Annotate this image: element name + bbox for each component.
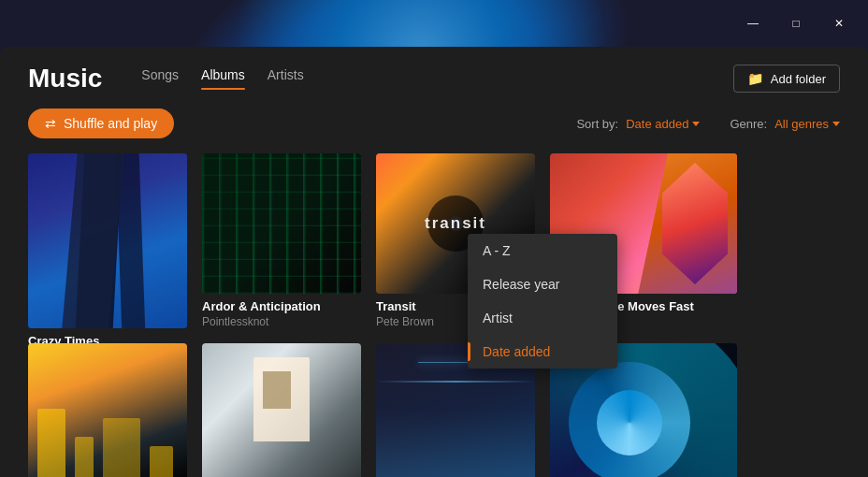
album-title: Ardor & Anticipation xyxy=(202,299,361,313)
album-cover xyxy=(28,343,187,477)
album-cover xyxy=(202,343,361,477)
header: Music Songs Albums Artists 📁 Add folder xyxy=(0,47,868,94)
minimize-button[interactable]: — xyxy=(731,8,774,38)
tab-songs[interactable]: Songs xyxy=(141,67,179,90)
maximize-button[interactable]: □ xyxy=(774,8,817,38)
genre-prefix: Genre: xyxy=(730,117,767,131)
sort-chevron-icon xyxy=(692,122,700,126)
sort-date-label: Date added xyxy=(483,344,550,359)
album-item[interactable]: placeholder placeholder xyxy=(202,343,361,477)
sort-az-label: A - Z xyxy=(483,243,511,258)
window-controls: — □ ✕ xyxy=(731,8,861,38)
add-folder-button[interactable]: 📁 Add folder xyxy=(733,65,840,93)
tab-artists[interactable]: Artists xyxy=(268,67,304,90)
sort-dropdown-button[interactable]: Date added xyxy=(626,117,700,131)
sort-option-artist[interactable]: Artist xyxy=(468,301,617,335)
shuffle-play-button[interactable]: ⇄ Shuffle and play xyxy=(28,108,174,138)
close-button[interactable]: ✕ xyxy=(817,8,861,38)
album-artist: Pointlessknot xyxy=(202,315,361,328)
sort-artist-label: Artist xyxy=(483,311,513,325)
genre-current-value: All genres xyxy=(774,117,829,131)
sort-prefix: Sort by: xyxy=(576,117,618,131)
app-title: Music xyxy=(28,64,102,94)
tab-albums[interactable]: Albums xyxy=(201,67,245,90)
add-folder-label: Add folder xyxy=(771,72,826,86)
album-item[interactable]: Crazy Times Saving Gabrielle xyxy=(28,153,187,328)
genre-dropdown-button[interactable]: All genres xyxy=(774,117,840,131)
sort-release-label: Release year xyxy=(483,277,560,292)
titlebar: — □ ✕ xyxy=(0,0,868,47)
genre-container: Genre: All genres xyxy=(730,117,840,131)
sort-dropdown-menu: A - Z Release year Artist Date added xyxy=(468,234,617,369)
album-item[interactable]: placeholder placeholder xyxy=(28,343,187,477)
sort-container: Sort by: Date added xyxy=(576,117,700,131)
sort-current-value: Date added xyxy=(626,117,688,131)
albums-grid-row2: placeholder placeholder placeholder plac… xyxy=(0,343,868,477)
folder-icon: 📁 xyxy=(747,71,763,86)
toolbar: ⇄ Shuffle and play Sort by: Date added G… xyxy=(0,94,868,153)
album-item[interactable]: Ardor & Anticipation Pointlessknot xyxy=(202,153,361,328)
shuffle-icon: ⇄ xyxy=(45,116,56,131)
nav-tabs: Songs Albums Artists xyxy=(141,67,702,90)
album-cover xyxy=(28,153,187,328)
sort-option-date[interactable]: Date added xyxy=(468,335,617,369)
album-cover xyxy=(202,153,361,294)
genre-chevron-icon xyxy=(832,122,840,126)
main-window: Music Songs Albums Artists 📁 Add folder … xyxy=(0,47,868,477)
shuffle-label: Shuffle and play xyxy=(64,116,157,131)
sort-option-az[interactable]: A - Z xyxy=(468,234,617,267)
sort-option-release[interactable]: Release year xyxy=(468,267,617,301)
albums-grid: Crazy Times Saving Gabrielle Ardor & Ant… xyxy=(0,153,868,343)
